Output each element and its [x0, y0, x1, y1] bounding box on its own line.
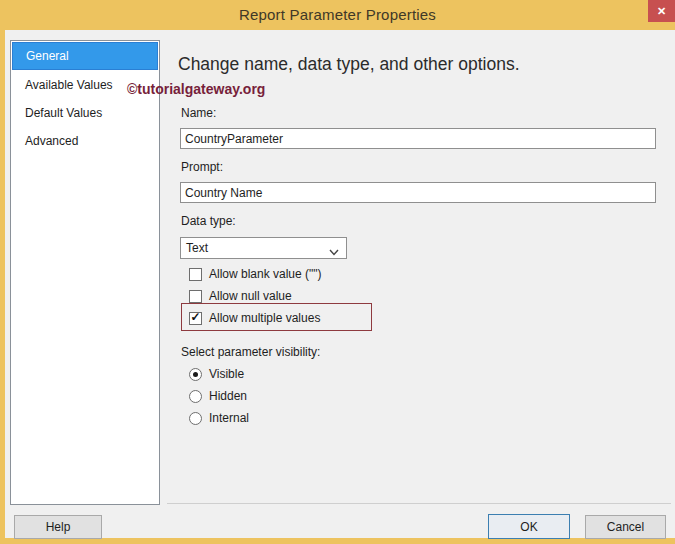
visible-radio-label: Visible	[209, 367, 244, 381]
checkbox-unchecked-icon[interactable]	[189, 268, 202, 281]
allow-multiple-values-checkbox-row[interactable]: Allow multiple values	[189, 310, 320, 326]
internal-radio-label: Internal	[209, 411, 249, 425]
visibility-section-label: Select parameter visibility:	[181, 345, 320, 359]
visibility-radio-internal[interactable]: Internal	[189, 410, 249, 426]
footer-separator	[167, 503, 671, 504]
dialog-page-list: General Available Values Default Values …	[10, 40, 160, 505]
checkbox-checked-icon[interactable]	[189, 312, 202, 325]
sidebar-item-default-values[interactable]: Default Values	[12, 99, 158, 127]
visibility-radio-hidden[interactable]: Hidden	[189, 388, 247, 404]
allow-multiple-values-label: Allow multiple values	[209, 311, 320, 325]
data-type-label: Data type:	[181, 214, 236, 228]
visibility-radio-visible[interactable]: Visible	[189, 366, 244, 382]
watermark-text: ©tutorialgateway.org	[127, 81, 265, 97]
radio-unselected-icon[interactable]	[189, 412, 202, 425]
allow-blank-value-checkbox-row[interactable]: Allow blank value ("")	[189, 266, 322, 282]
title-bar: Report Parameter Properties	[0, 0, 675, 30]
data-type-dropdown[interactable]: Text	[180, 237, 347, 259]
ok-button[interactable]: OK	[488, 514, 570, 539]
close-icon[interactable]: ✕	[648, 0, 675, 22]
report-parameter-properties-dialog: Report Parameter Properties ✕ General Av…	[0, 0, 675, 544]
allow-blank-value-label: Allow blank value ("")	[209, 267, 322, 281]
chevron-down-icon	[329, 245, 339, 259]
window-title: Report Parameter Properties	[0, 0, 675, 29]
radio-unselected-icon[interactable]	[189, 390, 202, 403]
help-button[interactable]: Help	[14, 515, 102, 539]
window-frame-left	[0, 30, 5, 544]
allow-null-value-label: Allow null value	[209, 289, 292, 303]
sidebar-item-advanced[interactable]: Advanced	[12, 127, 158, 155]
checkbox-unchecked-icon[interactable]	[189, 290, 202, 303]
prompt-label: Prompt:	[181, 160, 223, 174]
page-heading: Change name, data type, and other option…	[178, 54, 520, 75]
cancel-button[interactable]: Cancel	[585, 515, 666, 539]
allow-null-value-checkbox-row[interactable]: Allow null value	[189, 288, 292, 304]
sidebar-item-general[interactable]: General	[12, 42, 158, 70]
name-input[interactable]	[180, 128, 656, 149]
prompt-input[interactable]	[180, 182, 656, 203]
hidden-radio-label: Hidden	[209, 389, 247, 403]
radio-selected-icon[interactable]	[189, 368, 202, 381]
name-label: Name:	[181, 106, 216, 120]
data-type-selected-value: Text	[186, 241, 208, 255]
